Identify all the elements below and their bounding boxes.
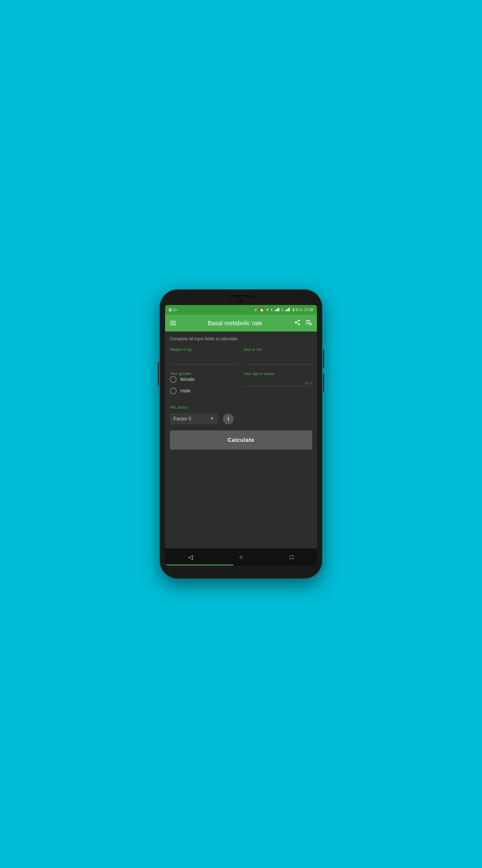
svg-line-3 (296, 323, 298, 324)
content-area: Complete all input fields to calculate. … (165, 332, 317, 549)
nav-bar: ◁ ○ □ (165, 549, 317, 565)
svg-point-1 (295, 321, 297, 323)
clock-time: 17:26 (304, 308, 313, 312)
gp-icon: G (281, 308, 284, 312)
battery-icon: 🔋 55 % (292, 308, 302, 312)
svg-line-4 (296, 321, 298, 322)
hamburger-line-1 (170, 321, 176, 321)
pal-section: PAL factor: Factor 0 ▼ i (170, 405, 312, 424)
weight-input[interactable] (170, 354, 238, 365)
phone-device: 🖼 G+ ⚡ ⏰ ▼ E G (160, 289, 322, 579)
info-icon: i (228, 416, 229, 422)
calculate-button[interactable]: Calculate (170, 430, 312, 450)
g-plus-icon: G+ (173, 308, 178, 312)
size-label: Size in cm: (244, 347, 312, 352)
hamburger-line-2 (170, 323, 176, 323)
age-label: Your age in years: (244, 371, 275, 376)
hint-text: Complete all input fields to calculate. (170, 336, 312, 341)
phone-camera (239, 299, 243, 303)
info-button[interactable]: i (223, 413, 234, 424)
hamburger-line-3 (170, 324, 176, 325)
signal-bars-icon (275, 308, 279, 312)
signal-bars-2-icon (285, 308, 290, 312)
volume-up-button[interactable] (323, 350, 324, 368)
status-bar: 🖼 G+ ⚡ ⏰ ▼ E G (165, 305, 317, 315)
menu-button[interactable] (170, 321, 176, 325)
dropdown-arrow-icon: ▼ (209, 415, 215, 422)
age-group: Your age in years: 0 / 3 (244, 371, 312, 399)
female-label: female (180, 377, 195, 382)
back-button[interactable]: ◁ (184, 551, 196, 563)
svg-point-2 (298, 323, 300, 325)
app-bar: Basal metabolic rate (165, 315, 317, 332)
status-right-icons: ⚡ ⏰ ▼ E G (254, 308, 313, 312)
app-bar-title: Basal metabolic rate (181, 320, 289, 327)
bluetooth-icon: ⚡ (254, 308, 258, 312)
share-button[interactable] (294, 319, 301, 327)
wifi-icon: ▼ (266, 308, 269, 312)
male-option[interactable]: male (170, 388, 238, 394)
age-input[interactable] (244, 376, 312, 387)
female-radio[interactable] (170, 376, 176, 383)
gender-group: Your gender: female male (170, 371, 238, 399)
volume-down-button[interactable] (323, 374, 324, 392)
male-radio[interactable] (170, 388, 176, 394)
weight-group: Weight in kg: (170, 347, 238, 365)
recents-button[interactable]: □ (286, 551, 298, 563)
phone-screen: 🖼 G+ ⚡ ⏰ ▼ E G (165, 305, 317, 565)
power-button[interactable] (158, 362, 159, 386)
battery-percentage: 55 % (295, 308, 302, 312)
alarm-icon: ⏰ (260, 308, 264, 312)
pal-selected-value: Factor 0 (173, 416, 207, 422)
pal-dropdown[interactable]: Factor 0 ▼ (170, 413, 218, 424)
age-input-wrapper: 0 / 3 (244, 376, 312, 387)
translate-button[interactable] (306, 319, 312, 327)
weight-size-row: Weight in kg: Size in cm: (170, 347, 312, 365)
status-left-icons: 🖼 G+ (169, 308, 178, 312)
svg-point-0 (298, 319, 300, 321)
male-label: male (180, 388, 191, 394)
gender-label: Your gender: (170, 371, 192, 376)
female-option[interactable]: female (170, 376, 238, 383)
size-input[interactable] (244, 354, 312, 365)
image-notification-icon: 🖼 (169, 308, 172, 312)
home-button[interactable]: ○ (235, 551, 247, 563)
size-group: Size in cm: (244, 347, 312, 365)
nav-indicator (165, 564, 233, 565)
network-e-icon: E (271, 308, 273, 312)
pal-row: Factor 0 ▼ i (170, 413, 312, 424)
pal-label: PAL factor: (170, 405, 312, 410)
phone-speaker (229, 295, 253, 297)
age-counter: 0 / 3 (305, 381, 312, 385)
gender-age-row: Your gender: female male Your age in yea… (170, 371, 312, 399)
weight-label: Weight in kg: (170, 347, 238, 352)
